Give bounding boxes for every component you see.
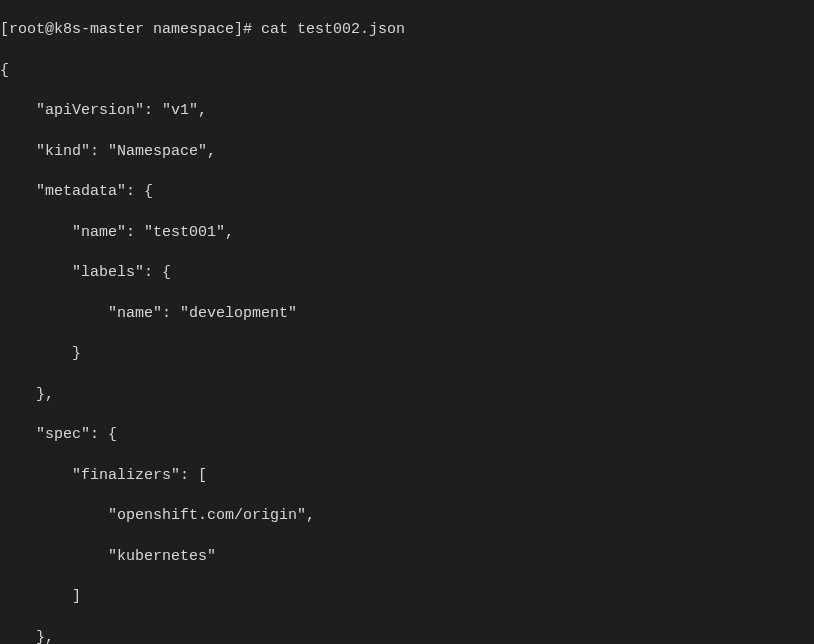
json-line: "labels": { (0, 263, 814, 283)
json-line: ] (0, 587, 814, 607)
json-line: "apiVersion": "v1", (0, 101, 814, 121)
json-line: "kind": "Namespace", (0, 142, 814, 162)
json-line: "spec": { (0, 425, 814, 445)
json-line: "finalizers": [ (0, 466, 814, 486)
json-line: { (0, 61, 814, 81)
terminal-output[interactable]: [root@k8s-master namespace]# cat test002… (0, 0, 814, 644)
json-line: }, (0, 385, 814, 405)
json-line: }, (0, 628, 814, 644)
prompt-line: [root@k8s-master namespace]# cat test002… (0, 20, 814, 40)
json-line: "name": "test001", (0, 223, 814, 243)
json-line: "metadata": { (0, 182, 814, 202)
json-line: } (0, 344, 814, 364)
json-line: "kubernetes" (0, 547, 814, 567)
json-line: "openshift.com/origin", (0, 506, 814, 526)
json-line: "name": "development" (0, 304, 814, 324)
prompt-text: [root@k8s-master namespace]# cat test002… (0, 21, 405, 38)
